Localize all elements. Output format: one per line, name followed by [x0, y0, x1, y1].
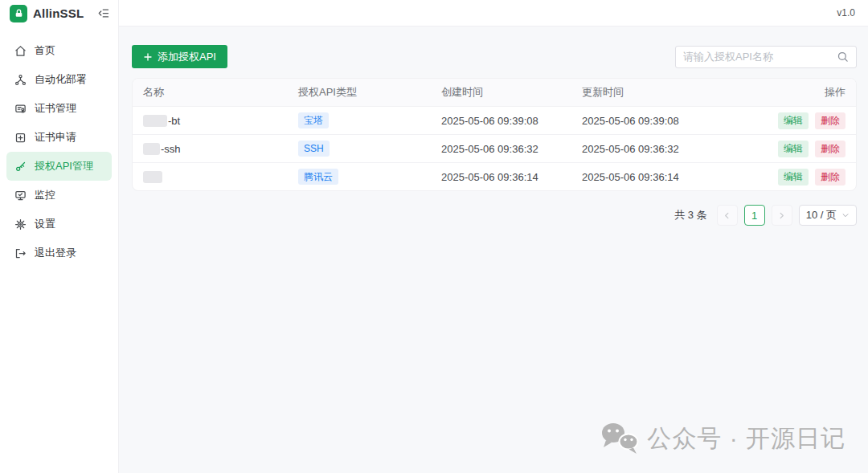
- gear-icon: [14, 218, 27, 230]
- cell-type: 腾讯云: [298, 169, 441, 185]
- watermark: 公众号 · 开源日记: [600, 422, 845, 455]
- column-header-created: 创建时间: [441, 85, 582, 100]
- cell-actions: 编辑 删除: [778, 169, 845, 186]
- sidebar-item-cert-manage[interactable]: 证书管理: [6, 94, 112, 123]
- delete-button[interactable]: 删除: [815, 169, 845, 186]
- page-size-value: 10 / 页: [806, 208, 837, 222]
- table-header-row: 名称 授权API类型 创建时间 更新时间 操作: [133, 79, 856, 106]
- edit-button[interactable]: 编辑: [778, 141, 809, 157]
- cell-updated: 2025-05-06 09:39:08: [582, 115, 760, 127]
- page-number-button[interactable]: 1: [744, 205, 765, 226]
- sidebar-item-auto-deploy[interactable]: 自动化部署: [6, 65, 112, 94]
- plus-icon: [143, 52, 153, 62]
- page-size-select[interactable]: 10 / 页: [799, 205, 857, 226]
- content-area: 添加授权API 名称 授权API类型 创建时间 更新时间 操作: [119, 27, 868, 473]
- cell-created: 2025-05-06 09:36:32: [441, 143, 582, 155]
- chevron-down-icon: [841, 211, 850, 219]
- sidebar-item-api-manage[interactable]: 授权API管理: [6, 152, 112, 181]
- next-page-button[interactable]: [772, 205, 792, 226]
- edit-button[interactable]: 编辑: [778, 112, 809, 129]
- cell-created: 2025-05-06 09:36:14: [441, 171, 582, 183]
- api-key-icon: [14, 161, 27, 173]
- table-row: 腾讯云 2025-05-06 09:36:14 2025-05-06 09:36…: [133, 162, 856, 190]
- edit-button[interactable]: 编辑: [778, 169, 809, 186]
- chevron-left-icon: [723, 211, 731, 220]
- sidebar-item-monitor[interactable]: 监控: [6, 181, 112, 210]
- main-pane: v1.0 添加授权API 名称 授权API类型: [119, 0, 868, 473]
- add-api-button[interactable]: 添加授权API: [132, 45, 227, 68]
- table-row: -ssh SSH 2025-05-06 09:36:32 2025-05-06 …: [133, 134, 856, 162]
- monitor-icon: [14, 190, 27, 202]
- column-header-name: 名称: [143, 85, 298, 100]
- logout-icon: [14, 247, 27, 259]
- cell-name: [143, 171, 298, 183]
- sidebar-item-cert-apply[interactable]: 证书申请: [6, 123, 112, 152]
- sidebar-item-label: 授权API管理: [35, 159, 93, 173]
- cell-actions: 编辑 删除: [778, 112, 845, 129]
- sidebar-item-label: 设置: [35, 217, 55, 231]
- cell-updated: 2025-05-06 09:36:32: [582, 143, 760, 155]
- type-tag: SSH: [298, 141, 330, 157]
- sidebar-item-label: 退出登录: [35, 246, 76, 260]
- redacted-text: [143, 115, 167, 127]
- certificate-apply-icon: [14, 132, 27, 144]
- cell-name: -ssh: [143, 143, 298, 155]
- search-box: [675, 46, 857, 68]
- type-tag: 腾讯云: [298, 169, 338, 185]
- sidebar-menu: 首页 自动化部署 证书管理 证书申请: [0, 30, 118, 267]
- column-header-updated: 更新时间: [582, 85, 760, 100]
- app-version: v1.0: [837, 7, 855, 18]
- search-icon[interactable]: [837, 51, 849, 63]
- cell-name: -bt: [143, 115, 298, 127]
- logo-row: AllinSSL: [0, 0, 118, 27]
- sidebar-item-settings[interactable]: 设置: [6, 210, 112, 239]
- cell-created: 2025-05-06 09:39:08: [441, 115, 582, 127]
- sidebar-item-label: 首页: [35, 43, 55, 58]
- column-header-type: 授权API类型: [298, 85, 441, 100]
- top-bar: v1.0: [119, 0, 868, 27]
- pagination-total: 共 3 条: [674, 208, 706, 222]
- api-table: 名称 授权API类型 创建时间 更新时间 操作 -bt 宝塔 2025-05-0…: [132, 78, 857, 191]
- app-title: AllinSSL: [33, 6, 84, 20]
- sidebar-item-home[interactable]: 首页: [6, 36, 112, 65]
- cell-updated: 2025-05-06 09:36:14: [582, 171, 760, 183]
- add-api-button-label: 添加授权API: [158, 50, 216, 64]
- redacted-text: [143, 143, 160, 155]
- app-window: AllinSSL 首页 自动化部署: [0, 0, 868, 473]
- sidebar: AllinSSL 首页 自动化部署: [0, 0, 119, 473]
- wechat-icon: [600, 422, 639, 455]
- cell-actions: 编辑 删除: [778, 141, 845, 157]
- watermark-text: 公众号 · 开源日记: [647, 422, 845, 455]
- pagination: 共 3 条 1 10 / 页: [132, 205, 857, 226]
- redacted-text: [143, 171, 162, 183]
- delete-button[interactable]: 删除: [815, 141, 845, 157]
- cell-type: SSH: [298, 141, 441, 157]
- certificate-manage-icon: [14, 103, 27, 115]
- table-row: -bt 宝塔 2025-05-06 09:39:08 2025-05-06 09…: [133, 106, 856, 134]
- sidebar-item-logout[interactable]: 退出登录: [6, 239, 112, 267]
- search-input[interactable]: [683, 51, 837, 63]
- column-header-actions: 操作: [760, 85, 845, 100]
- sidebar-item-label: 证书申请: [35, 130, 76, 145]
- delete-button[interactable]: 删除: [815, 112, 845, 129]
- collapse-sidebar-icon[interactable]: [98, 7, 110, 19]
- sidebar-item-label: 证书管理: [35, 101, 76, 116]
- toolbar: 添加授权API: [132, 45, 857, 68]
- type-tag: 宝塔: [298, 112, 329, 128]
- cell-type: 宝塔: [298, 112, 441, 128]
- chevron-right-icon: [777, 211, 786, 220]
- home-icon: [14, 45, 27, 57]
- sidebar-item-label: 自动化部署: [35, 72, 87, 87]
- deploy-flow-icon: [14, 74, 27, 86]
- prev-page-button[interactable]: [717, 205, 738, 226]
- app-logo-lock-icon: [10, 5, 27, 22]
- sidebar-item-label: 监控: [35, 188, 55, 202]
